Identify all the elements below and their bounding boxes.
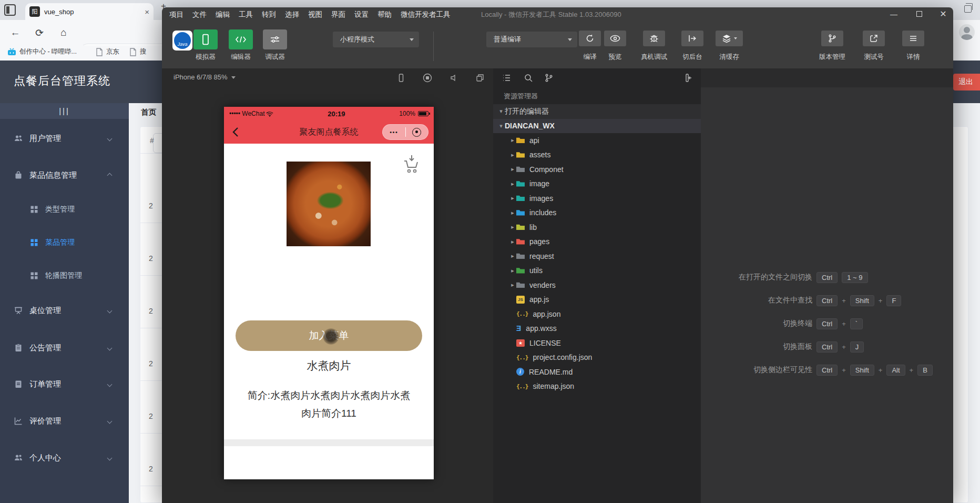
tree-item[interactable]: ▸image [493, 177, 701, 192]
minimize-icon[interactable]: — [885, 7, 903, 22]
调试器-button[interactable] [263, 29, 287, 49]
git-branch-icon[interactable] [544, 73, 554, 83]
device-select[interactable]: iPhone 6/7/8 85% [173, 73, 236, 81]
sidebar-item-3[interactable]: 类型管理 [0, 198, 129, 221]
devtools-window-title: Locally - 微信开发者工具 Stable 1.03.2006090 [481, 7, 621, 22]
collapse-sidebar-icon[interactable] [682, 73, 692, 83]
测试号-button[interactable] [863, 31, 885, 46]
模拟器-button[interactable] [193, 29, 218, 49]
tree-item[interactable]: ▸Componet [493, 162, 701, 177]
sidebar-item-9[interactable]: 评价管理 [0, 409, 129, 432]
dish-intro: 简介:水煮肉片水煮肉片水煮肉片水煮 肉片简介111 [224, 387, 434, 422]
sound-icon[interactable] [448, 73, 459, 83]
tree-item[interactable]: ▸request [493, 249, 701, 264]
java-app-icon: Java [172, 31, 192, 51]
compile-select[interactable]: 普通编译 [486, 32, 577, 47]
tree-item[interactable]: ▸lib [493, 220, 701, 235]
menu-item[interactable]: 项目 [169, 10, 183, 19]
tab-actions-icon[interactable] [4, 4, 16, 16]
home-icon[interactable]: ⌂ [57, 26, 70, 39]
menu-item[interactable]: 界面 [331, 10, 345, 19]
sidebar-item-10[interactable]: 个人中心 [0, 446, 129, 469]
tree-item[interactable]: ▸api [493, 133, 701, 148]
menu-item[interactable]: 微信开发者工具 [401, 10, 451, 19]
tree-item[interactable]: ▸pages [493, 235, 701, 249]
sidebar-item-2[interactable]: 菜品信息管理 [0, 164, 129, 187]
tree-item[interactable]: ▸venders [493, 278, 701, 293]
notice-icon [14, 343, 23, 353]
tree-item[interactable]: {..}project.config.json [493, 350, 701, 365]
tab-title: vue_shop [44, 8, 145, 16]
tree-item[interactable]: ▸images [493, 191, 701, 206]
chevron-down-icon [107, 345, 113, 350]
tree-item[interactable]: iREADME.md [493, 365, 701, 379]
dish-image[interactable] [287, 162, 371, 246]
bookmark-item[interactable]: 创作中心 - 哔哩哔... [7, 47, 77, 56]
tree-item[interactable]: ▸assets [493, 148, 701, 163]
record-icon[interactable] [422, 73, 433, 83]
sidebar-item-7[interactable]: 公告管理 [0, 336, 129, 359]
清缓存-button[interactable] [716, 31, 743, 46]
tree-item[interactable]: Eapp.wxss [493, 321, 701, 336]
search-icon[interactable] [523, 73, 534, 83]
真机调试-button[interactable] [643, 31, 665, 46]
版本管理-button[interactable] [821, 31, 843, 46]
tab-close-icon[interactable]: × [145, 7, 149, 16]
avatar[interactable] [959, 24, 975, 40]
详情-button[interactable] [902, 31, 924, 46]
menu-item[interactable]: 工具 [239, 10, 253, 19]
menu-item[interactable]: 帮助 [377, 10, 392, 19]
menu-item[interactable]: 文件 [192, 10, 207, 19]
menu-item[interactable]: 编辑 [216, 10, 230, 19]
refresh-icon[interactable]: ⟳ [33, 26, 46, 39]
back-icon[interactable]: ← [8, 26, 22, 39]
capsule-menu[interactable]: ••• [382, 124, 428, 140]
sidebar-item-6[interactable]: 桌位管理 [0, 299, 129, 322]
browser-tab[interactable]: 阳 vue_shop × [25, 3, 154, 20]
menu-item[interactable]: 转到 [262, 10, 276, 19]
logout-button[interactable]: 退出 [953, 74, 980, 90]
menu-item[interactable]: 设置 [354, 10, 369, 19]
close-icon[interactable]: ✕ [934, 7, 952, 22]
maximize-icon[interactable] [910, 7, 928, 22]
file-list-icon[interactable] [502, 73, 512, 83]
readme-file-icon: i [516, 368, 524, 376]
tree-item[interactable]: ▾DIANCAN_WX [493, 119, 701, 134]
sidebar-item-1[interactable]: 用户管理 [0, 127, 129, 150]
tree-item-label: includes [529, 208, 556, 217]
cart-icon[interactable] [402, 154, 421, 174]
sidebar-item-5[interactable]: 轮播图管理 [0, 264, 129, 287]
shortcut-label: 切换面板 [701, 342, 812, 351]
back-chevron-icon[interactable] [230, 126, 242, 138]
bookmark-item[interactable]: 搜 [129, 47, 147, 56]
rotate-phone-icon[interactable] [396, 73, 406, 83]
切后台-button[interactable] [681, 31, 703, 46]
tree-item[interactable]: JSapp.js [493, 293, 701, 307]
sidebar-item-label: 桌位管理 [29, 306, 61, 316]
grid-icon [29, 238, 39, 247]
menu-item[interactable]: 选择 [285, 10, 299, 19]
mode-select[interactable]: 小程序模式 [333, 32, 419, 47]
tree-item[interactable]: {..}sitemap.json [493, 379, 701, 394]
menu-item[interactable]: 视图 [308, 10, 322, 19]
预览-button[interactable] [604, 31, 626, 46]
sidebar-item-8[interactable]: 订单管理 [0, 373, 129, 396]
编译-button[interactable] [579, 31, 601, 46]
editor-panel: 在打开的文件之间切换Ctrl1 ~ 9在文件中查找Ctrl+Shift+F切换终… [701, 68, 953, 503]
key-badge: Ctrl [816, 295, 838, 306]
sidebar-item-4[interactable]: 菜品管理 [0, 231, 129, 254]
window-restore-icon[interactable] [964, 5, 972, 13]
tree-item[interactable]: ▸includes [493, 206, 701, 220]
tree-item-label: lib [529, 223, 537, 232]
tree-item[interactable]: ★LICENSE [493, 336, 701, 350]
编辑器-button[interactable] [229, 29, 253, 49]
tree-item[interactable]: {..}app.json [493, 307, 701, 321]
multi-window-icon[interactable] [475, 73, 485, 83]
users-icon [14, 134, 23, 143]
bookmark-item[interactable]: 京东 [96, 47, 119, 56]
tree-item[interactable]: ▸utils [493, 264, 701, 278]
sidebar-toggle[interactable]: ||| [0, 103, 129, 119]
tree-item[interactable]: ▾打开的编辑器 [493, 104, 701, 119]
key-badge: B [917, 365, 933, 376]
tree-item-label: app.wxss [526, 324, 556, 333]
